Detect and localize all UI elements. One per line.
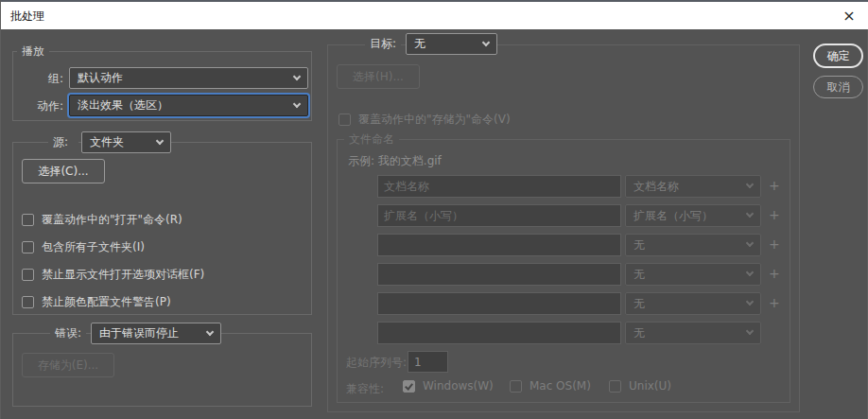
chevron-down-icon (746, 210, 754, 218)
override-saveas-label: 覆盖动作中的"存储为"命令(V) (358, 112, 511, 128)
errors-legend-row: 错误: (50, 323, 86, 344)
compat-macos-row: Mac OS(M) (510, 379, 591, 393)
save-errors-button[interactable]: 存储为(E)... (22, 353, 114, 377)
compat-windows-checkbox[interactable] (403, 380, 415, 393)
naming-select-3[interactable]: 无 (625, 234, 761, 256)
naming-select-5[interactable]: 无 (625, 292, 761, 315)
compat-windows-row: Windows(W) (403, 379, 494, 393)
chevron-down-icon (482, 38, 490, 45)
naming-select-1-value: 文档名称 (634, 179, 679, 195)
suppress-open-dialogs-label: 禁止显示文件打开选项对话框(F) (42, 267, 204, 283)
chevron-down-icon (746, 327, 754, 335)
naming-row: 文档名称 + (377, 175, 793, 198)
ok-button[interactable]: 确定 (813, 44, 863, 68)
naming-select-4[interactable]: 无 (625, 263, 761, 286)
action-set-select[interactable]: 默认动作 (69, 67, 308, 89)
naming-row: 无 + (377, 234, 793, 256)
override-saveas-row: 覆盖动作中的"存储为"命令(V) (339, 112, 511, 128)
file-naming-legend: 文件命名 (344, 131, 399, 147)
naming-select-6[interactable]: 无 (625, 322, 761, 344)
serial-number-input[interactable] (408, 351, 448, 373)
destination-label: 目标: (370, 36, 396, 52)
naming-select-2[interactable]: 扩展名（小写） (625, 204, 761, 227)
naming-input-5[interactable] (377, 292, 621, 315)
add-field-icon: + (769, 179, 780, 192)
chevron-down-icon (293, 72, 301, 79)
naming-row: 无 + (377, 292, 793, 315)
chevron-down-icon (746, 269, 754, 276)
action-select[interactable]: 淡出效果（选区） (69, 95, 308, 116)
override-open-label: 覆盖动作中的"打开"命令(R) (42, 212, 182, 228)
action-set-value: 默认动作 (78, 70, 123, 86)
errors-label: 错误: (55, 325, 81, 341)
chevron-down-icon (746, 181, 754, 188)
chevron-down-icon (156, 136, 164, 144)
file-naming-example: 示例: 我的文档.gif (348, 153, 442, 169)
add-field-icon: + (769, 237, 780, 251)
naming-select-5-value: 无 (634, 296, 645, 312)
naming-row: 无 (377, 322, 793, 344)
compat-unix-label: Unix(U) (629, 379, 671, 393)
action-value: 淡出效果（选区） (78, 97, 168, 113)
serial-number-label: 起始序列号: (346, 355, 407, 371)
destination-value: 无 (414, 36, 425, 52)
compat-macos-checkbox[interactable] (510, 380, 522, 393)
suppress-open-dialogs-row: 禁止显示文件打开选项对话框(F) (22, 267, 204, 283)
chevron-down-icon (746, 239, 754, 247)
naming-select-1[interactable]: 文档名称 (625, 175, 761, 198)
naming-input-3[interactable] (377, 234, 621, 256)
naming-select-6-value: 无 (634, 325, 645, 341)
override-open-row: 覆盖动作中的"打开"命令(R) (22, 212, 182, 228)
chevron-down-icon (206, 327, 214, 335)
suppress-open-dialogs-checkbox[interactable] (22, 269, 34, 281)
naming-input-1[interactable] (377, 175, 621, 198)
cancel-button[interactable]: 取消 (813, 76, 863, 98)
naming-input-4[interactable] (377, 263, 621, 286)
chevron-down-icon (293, 99, 301, 107)
compat-windows-label: Windows(W) (423, 379, 494, 393)
compatibility-label: 兼容性: (346, 381, 384, 397)
include-subfolders-row: 包含所有子文件夹(I) (22, 239, 145, 255)
add-field-icon: + (769, 296, 780, 309)
include-subfolders-label: 包含所有子文件夹(I) (42, 239, 145, 255)
naming-select-4-value: 无 (634, 267, 645, 283)
add-field-icon: + (769, 208, 780, 221)
override-saveas-checkbox[interactable] (339, 113, 351, 126)
source-value: 文件夹 (90, 134, 124, 150)
naming-input-2[interactable] (377, 204, 621, 227)
source-legend-row: 源: (48, 131, 78, 153)
errors-select[interactable]: 由于错误而停止 (91, 323, 221, 344)
naming-row: 无 + (377, 263, 793, 286)
action-label: 动作: (27, 98, 63, 114)
errors-value: 由于错误而停止 (99, 325, 179, 341)
destination-select[interactable]: 无 (406, 33, 497, 55)
action-set-label: 组: (27, 71, 63, 87)
naming-row: 扩展名（小写） + (377, 204, 793, 227)
source-label: 源: (53, 134, 68, 150)
naming-select-3-value: 无 (634, 237, 645, 253)
close-icon[interactable]: × (840, 7, 859, 26)
check-icon (405, 381, 413, 390)
compat-macos-label: Mac OS(M) (529, 379, 591, 393)
destination-legend-row: 目标: (365, 33, 401, 55)
naming-input-6[interactable] (377, 322, 621, 344)
source-select[interactable]: 文件夹 (81, 131, 171, 153)
window-title: 批处理 (10, 9, 44, 25)
suppress-color-warnings-label: 禁止颜色配置文件警告(P) (42, 294, 171, 310)
play-group-legend: 播放 (17, 44, 49, 59)
override-open-checkbox[interactable] (22, 214, 34, 226)
suppress-color-warnings-checkbox[interactable] (22, 296, 34, 308)
titlebar: 批处理 × (1, 0, 868, 29)
choose-destination-button[interactable]: 选择(H)... (337, 64, 420, 89)
compat-unix-checkbox[interactable] (609, 380, 621, 393)
choose-source-button[interactable]: 选择(C)... (22, 159, 105, 183)
suppress-color-warnings-row: 禁止颜色配置文件警告(P) (22, 294, 171, 310)
add-field-icon: + (769, 267, 780, 280)
naming-select-2-value: 扩展名（小写） (634, 208, 713, 224)
compat-unix-row: Unix(U) (609, 379, 671, 393)
chevron-down-icon (746, 298, 754, 306)
include-subfolders-checkbox[interactable] (22, 241, 34, 253)
batch-dialog: 批处理 × 播放 组: 默认动作 动作: 淡出效果（选区） 源: 文件夹 选择(… (0, 0, 868, 419)
